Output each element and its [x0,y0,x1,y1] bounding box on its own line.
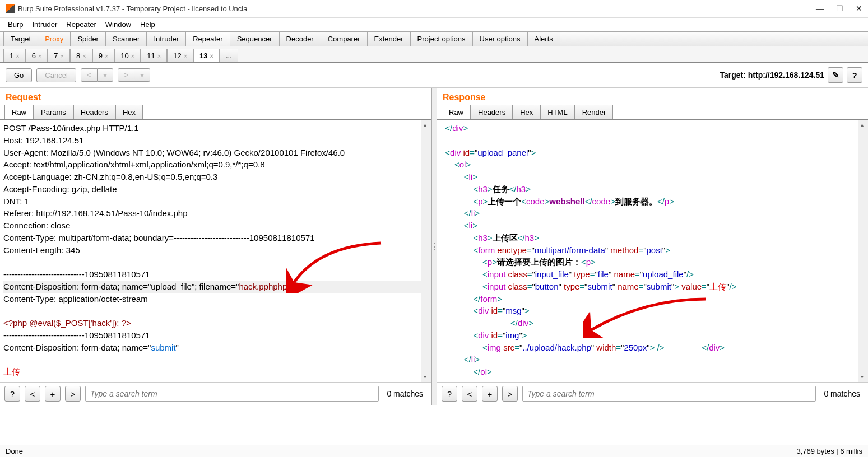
close-icon[interactable]: × [16,53,19,59]
close-icon[interactable]: × [131,53,134,59]
sub-tab-11[interactable]: 11× [141,49,167,62]
sub-tab-6[interactable]: 6× [26,49,48,62]
menu-burp[interactable]: Burp [4,19,26,30]
menu-repeater[interactable]: Repeater [63,19,99,30]
search-next-button[interactable]: > [65,386,81,402]
response-tab-hex[interactable]: Hex [513,105,540,119]
response-tabs: Raw Headers Hex HTML Render [437,105,868,120]
status-left: Done [6,447,23,455]
scrollbar-vertical[interactable] [421,120,431,382]
request-tabs: Raw Params Headers Hex [0,105,431,120]
help-button[interactable]: ? [847,67,862,83]
sub-tab-7[interactable]: 7× [48,49,70,62]
request-search-row: ? < + > 0 matches [0,382,431,405]
tab-project-options[interactable]: Project options [411,32,473,46]
search-prev-button[interactable]: < [25,386,40,402]
history-forward-dropdown[interactable]: ▾ [134,68,150,82]
tab-target[interactable]: Target [3,32,38,46]
search-help-button[interactable]: ? [442,386,457,402]
search-help-button[interactable]: ? [4,386,20,402]
maximize-button[interactable]: ☐ [836,4,843,13]
close-icon[interactable]: × [184,53,187,59]
pane-divider[interactable] [431,88,437,405]
history-back-button[interactable]: < [81,68,98,82]
response-viewer[interactable]: </div> <div id="upload_panel"> <ol> <li>… [437,120,868,382]
sub-tab-more[interactable]: ... [220,49,238,62]
tab-extender[interactable]: Extender [368,32,411,46]
response-search-input[interactable] [522,386,816,402]
tab-sequencer[interactable]: Sequencer [230,32,280,46]
main-tabs: Target Proxy Spider Scanner Intruder Rep… [0,31,868,46]
search-add-button[interactable]: + [45,386,61,402]
response-search-row: ? < + > 0 matches [437,382,868,405]
close-icon[interactable]: × [210,53,213,59]
tab-alerts[interactable]: Alerts [528,32,560,46]
sub-tab-10[interactable]: 10× [114,49,141,62]
close-icon[interactable]: × [61,53,64,59]
tab-proxy[interactable]: Proxy [38,32,71,46]
app-icon [6,4,15,13]
response-title: Response [437,88,868,105]
response-tab-headers[interactable]: Headers [471,105,513,119]
sub-tab-9[interactable]: 9× [92,49,115,62]
close-button[interactable]: ✕ [856,4,862,13]
window-title: Burp Suite Professional v1.7.37 - Tempor… [18,4,247,13]
panes: Request Raw Params Headers Hex POST /Pas… [0,88,868,405]
sub-tab-1[interactable]: 1× [3,49,26,62]
history-back-dropdown[interactable]: ▾ [98,68,113,82]
request-editor[interactable]: POST /Pass-10/index.php HTTP/1.1Host: 19… [0,120,431,382]
request-tab-raw[interactable]: Raw [4,105,34,119]
tab-intruder[interactable]: Intruder [147,32,186,46]
request-tab-headers[interactable]: Headers [73,105,115,119]
history-forward-button[interactable]: > [118,68,134,82]
response-pane: Response Raw Headers Hex HTML Render </d… [437,88,868,405]
search-next-button[interactable]: > [502,386,518,402]
target-label: Target: http://192.168.124.51 [720,71,824,80]
search-add-button[interactable]: + [482,386,498,402]
close-icon[interactable]: × [105,53,108,59]
response-match-count: 0 matches [820,389,864,398]
tab-decoder[interactable]: Decoder [280,32,321,46]
close-icon[interactable]: × [82,53,86,59]
request-tab-params[interactable]: Params [34,105,73,119]
tab-repeater[interactable]: Repeater [186,32,230,46]
go-button[interactable]: Go [6,68,32,82]
cancel-button[interactable]: Cancel [36,68,76,82]
sub-tab-12[interactable]: 12× [167,49,193,62]
close-icon[interactable]: × [157,53,161,59]
response-tab-render[interactable]: Render [575,105,614,119]
repeater-sub-tabs: 1× 6× 7× 8× 9× 10× 11× 12× 13× ... [0,46,868,63]
response-tab-html[interactable]: HTML [540,105,574,119]
request-pane: Request Raw Params Headers Hex POST /Pas… [0,88,431,405]
statusbar: Done 3,769 bytes | 6 millis [0,445,868,457]
scrollbar-vertical[interactable] [858,120,868,382]
edit-target-button[interactable]: ✎ [828,67,843,83]
request-match-count: 0 matches [383,389,426,398]
action-row: Go Cancel < ▾ > ▾ Target: http://192.168… [0,63,868,88]
menubar: Burp Intruder Repeater Window Help [0,18,868,31]
close-icon[interactable]: × [38,53,41,59]
minimize-button[interactable]: — [816,4,824,13]
request-tab-hex[interactable]: Hex [115,105,143,119]
tab-user-options[interactable]: User options [473,32,528,46]
titlebar: Burp Suite Professional v1.7.37 - Tempor… [0,0,868,18]
status-right: 3,769 bytes | 6 millis [796,447,862,455]
response-tab-raw[interactable]: Raw [442,105,471,119]
search-prev-button[interactable]: < [462,386,477,402]
menu-intruder[interactable]: Intruder [29,19,61,30]
tab-comparer[interactable]: Comparer [321,32,368,46]
sub-tab-8[interactable]: 8× [70,49,92,62]
sub-tab-13[interactable]: 13× [193,49,220,62]
menu-help[interactable]: Help [137,19,159,30]
request-search-input[interactable] [85,386,379,402]
tab-scanner[interactable]: Scanner [106,32,147,46]
menu-window[interactable]: Window [102,19,134,30]
request-title: Request [0,88,431,105]
tab-spider[interactable]: Spider [71,32,106,46]
